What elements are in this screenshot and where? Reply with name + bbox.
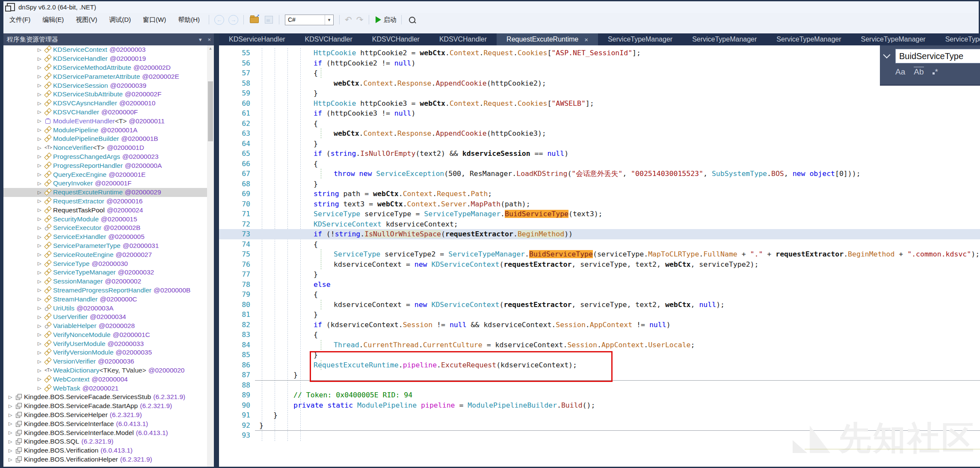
code-line[interactable]: 83{	[219, 330, 980, 340]
code-line[interactable]: 77}	[219, 269, 980, 280]
code-line[interactable]: 61if (httpCookie3 != null)	[219, 108, 980, 119]
expander-icon[interactable]: ▷	[38, 154, 44, 159]
code-line[interactable]: 65if (string.IsNullOrEmpty(text2) && kds…	[219, 149, 980, 159]
tree-item-class[interactable]: ▷KDServiceSession@02000039	[3, 81, 207, 90]
expander-icon[interactable]: ▷	[38, 305, 44, 311]
expander-icon[interactable]: ▷	[38, 198, 44, 204]
chevron-down-icon[interactable]	[883, 51, 891, 59]
tree-item-class[interactable]: ▷UserVerifier@02000034	[3, 313, 207, 322]
expander-icon[interactable]: ▷	[38, 359, 44, 364]
chevron-down-icon[interactable]: ▾	[325, 15, 333, 25]
code-line[interactable]: 74{	[219, 239, 980, 250]
tree-item-assembly[interactable]: ▷Kingdee.BOS.ServiceFacade.ServicesStub(…	[3, 393, 207, 402]
tree-item-assembly[interactable]: ▷Kingdee.BOS.ServiceInterface(6.0.413.1)	[3, 419, 207, 428]
expander-icon[interactable]: ▷	[38, 47, 44, 53]
redo-icon[interactable]: ↷	[356, 15, 364, 24]
code-line[interactable]: 66{	[219, 159, 980, 169]
document-tab[interactable]: ServiceTypeManager	[598, 33, 682, 45]
code-line[interactable]: 56if (httpCookie2 != null)	[219, 58, 980, 69]
explorer-menu-icon[interactable]: ▾	[196, 36, 205, 43]
panel-splitter[interactable]	[214, 33, 219, 467]
expander-icon[interactable]: ▷	[38, 65, 44, 70]
expander-icon[interactable]: ▷	[9, 394, 15, 400]
tree-item-class[interactable]: ▷QueryExecEngine@0200001E	[3, 170, 207, 179]
expander-icon[interactable]: ▷	[38, 279, 44, 284]
code-line[interactable]: 71ServiceType serviceType = ServiceTypeM…	[219, 209, 980, 219]
tree-item-class[interactable]: ▷StreamedProgressReportHandler@0200000B	[3, 286, 207, 295]
code-line[interactable]: 84Thread.CurrentThread.CurrentCulture = …	[219, 340, 980, 350]
code-line[interactable]: 59}	[219, 88, 980, 98]
save-icon[interactable]	[265, 16, 273, 24]
expander-icon[interactable]: ▷	[38, 385, 44, 391]
expander-icon[interactable]: ▷	[9, 430, 15, 435]
code-line[interactable]: 63webCtx.Context.Response.AppendCookie(h…	[219, 128, 980, 139]
tree-item-class[interactable]: ▷KDSVCAysncHandler@02000010	[3, 99, 207, 108]
expander-icon[interactable]: ▷	[38, 163, 44, 168]
undo-icon[interactable]: ↶	[345, 15, 352, 24]
tree-item-class[interactable]: ▷SessionManager@02000002	[3, 277, 207, 286]
tree-item-assembly[interactable]: ▷Kingdee.BOS.ServiceFacade.StartApp(6.2.…	[3, 402, 207, 411]
code-line[interactable]: 69string path = webCtx.Context.Request.P…	[219, 189, 980, 199]
code-line[interactable]: 68}	[219, 179, 980, 189]
code-line[interactable]: 64}	[219, 139, 980, 149]
expander-icon[interactable]: ▷	[38, 127, 44, 133]
menu-item[interactable]: 编辑(E)	[36, 16, 70, 24]
expander-icon[interactable]: ▷	[9, 439, 15, 444]
expander-icon[interactable]: ▷	[38, 216, 44, 222]
scroll-up-icon[interactable]: ▲	[207, 46, 214, 51]
tree-item-assembly[interactable]: ▷Kingdee.BOS.ServiceInterface.Model(6.0.…	[3, 428, 207, 437]
expander-icon[interactable]: ▷	[38, 252, 44, 257]
tree-item-class[interactable]: ▷KDServiceParameterAttribute@0200002E	[3, 72, 207, 81]
tree-item-class[interactable]: ▷ProgressChangedArgs@02000023	[3, 152, 207, 161]
expander-icon[interactable]: ▷	[38, 376, 44, 382]
explorer-close-icon[interactable]: ×	[204, 36, 214, 43]
tree-item-class[interactable]: ▷<T>NonceVerifier<T>@0200001D	[3, 143, 207, 152]
expander-icon[interactable]: ▷	[38, 323, 44, 329]
tree-item-class[interactable]: ▷QueryInvoker@0200001F	[3, 179, 207, 188]
document-tab[interactable]: ServiceTypeManager	[767, 33, 851, 45]
expander-icon[interactable]: ▷	[9, 457, 15, 462]
expander-icon[interactable]: ▷	[38, 118, 44, 124]
tree-item-class[interactable]: ▷KDSVCHandler@0200000F	[3, 108, 207, 117]
tree-item-class[interactable]: ▷KDServiceContext@02000003	[3, 45, 207, 54]
expander-icon[interactable]: ▷	[38, 190, 44, 195]
code-line[interactable]: 67throw new ServiceException(500, ResMan…	[219, 169, 980, 179]
tree-item-assembly[interactable]: ▷Kingdee.BOS.Verification(6.0.413.1)	[3, 446, 207, 455]
expander-icon[interactable]: ▷	[38, 181, 44, 186]
open-file-icon[interactable]	[250, 17, 259, 23]
tree-item-class[interactable]: ▷VerifyUserModule@02000033	[3, 339, 207, 348]
expander-icon[interactable]: ▷	[38, 172, 44, 177]
expander-icon[interactable]: ▷	[38, 287, 44, 293]
tree-item-class[interactable]: ▷KDServiceHandler@02000019	[3, 54, 207, 63]
code-line[interactable]: 90private static ModulePipeline pipeline…	[219, 400, 980, 411]
expander-icon[interactable]: ▷	[38, 243, 44, 248]
tree-item-class[interactable]: ▷RequestExcuteRuntime@02000029	[3, 188, 207, 197]
code-line[interactable]: 72KDServiceContext kdserviceContext;	[219, 219, 980, 230]
search-icon[interactable]	[409, 17, 415, 23]
tree-item-assembly[interactable]: ▷Kingdee.BOS.VerificationHelper(6.2.321.…	[3, 455, 207, 464]
expander-icon[interactable]: ▷	[38, 207, 44, 213]
expander-icon[interactable]: ▷	[38, 74, 44, 79]
expander-icon[interactable]: ▷	[38, 261, 44, 266]
code-line[interactable]: 81}	[219, 310, 980, 320]
tree-item-class[interactable]: ▷ServiceExecutor@0200002B	[3, 224, 207, 233]
expander-icon[interactable]: ▷	[38, 145, 44, 151]
menu-item[interactable]: 窗口(W)	[137, 16, 172, 24]
tab-close-icon[interactable]: ×	[584, 36, 588, 43]
tree-item-class[interactable]: ▷KDServiceStubAttribute@0200002F	[3, 90, 207, 99]
code-line[interactable]: 78else	[219, 280, 980, 290]
code-line[interactable]: 60HttpCookie httpCookie3 = webCtx.Contex…	[219, 98, 980, 109]
expander-icon[interactable]: ▷	[9, 421, 15, 426]
tree-item-class[interactable]: ▷ModulePipelineBuilder@0200001B	[3, 134, 207, 143]
navigate-forward-icon[interactable]: →	[228, 15, 238, 25]
expander-icon[interactable]: ▷	[38, 136, 44, 142]
code-line[interactable]: 57{	[219, 68, 980, 78]
document-tab[interactable]: KDSVCHandler	[295, 33, 362, 45]
menu-item[interactable]: 视图(V)	[70, 16, 103, 24]
code-line[interactable]: 79{	[219, 289, 980, 300]
language-combobox[interactable]: C# ▾	[285, 15, 334, 25]
tree-item-assembly[interactable]: ▷Kingdee.BOS.ServiceHelper(6.2.321.9)	[3, 411, 207, 420]
tree-item-class[interactable]: ▷ServiceType@02000030	[3, 259, 207, 268]
tree-item-class[interactable]: ▷ServiceExHandler@02000005	[3, 233, 207, 241]
tree-item-class[interactable]: ▷WebContext@02000004	[3, 375, 207, 384]
